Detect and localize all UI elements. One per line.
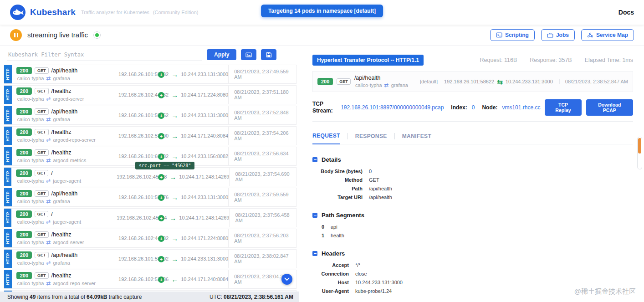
- utc-clock: UTC:08/21/2023, 2:38:56.161 AM: [210, 294, 293, 300]
- swap-arrows-icon: ⇄: [46, 280, 51, 287]
- direction-arrow-icon: →: [169, 215, 176, 221]
- traffic-entry[interactable]: HTTP 200 GET /healthz calico-typha ⇄ arg…: [4, 229, 297, 248]
- page-scrollbar[interactable]: [637, 137, 642, 169]
- tab-manifest[interactable]: MANIFEST: [402, 133, 432, 144]
- swap-arrows-icon: ⇄: [46, 96, 51, 102]
- direction-arrow-icon: ←: [171, 276, 178, 283]
- collapse-icon[interactable]: [312, 251, 317, 256]
- protocol-tag: HTTP: [4, 106, 12, 124]
- docs-link[interactable]: Docs: [618, 9, 634, 16]
- add-filter-button[interactable]: +: [158, 215, 164, 221]
- traffic-entry[interactable]: HTTP 200 GET /api/health calico-typha ⇄ …: [4, 249, 297, 268]
- traffic-entry[interactable]: HTTP 200 GET /healthz calico-typha ⇄ arg…: [4, 85, 297, 104]
- add-filter-button[interactable]: +: [158, 72, 164, 78]
- apply-button[interactable]: Apply: [207, 49, 236, 60]
- selected-source-ip: 192.168.26.101:58622: [444, 79, 494, 84]
- traffic-entry[interactable]: HTTP 200 GET /api/health calico-typha ⇄ …: [4, 188, 297, 207]
- destination-ip: 10.244.233.131:3000: [181, 256, 228, 261]
- traffic-entry[interactable]: HTTP 200 GET /healthz calico-typha ⇄ arg…: [4, 126, 297, 145]
- source-name: calico-typha: [17, 240, 44, 245]
- scripting-button[interactable]: Scripting: [490, 29, 535, 41]
- traffic-entry[interactable]: HTTP 200 GET / calico-typha ⇄ jaeger-age…: [4, 208, 297, 227]
- request-stats: Request: 116B Response: 357B Elapsed Tim…: [480, 57, 633, 63]
- pcap-link[interactable]: 192.168.26.101:8897/000000000049.pcap: [341, 104, 444, 111]
- image-button[interactable]: [241, 49, 256, 60]
- kv-label: 0: [312, 224, 331, 230]
- filter-input[interactable]: [7, 49, 202, 61]
- traffic-entry[interactable]: HTTP 200 GET /api/health calico-typha ⇄ …: [4, 65, 297, 84]
- elapsed-time: Elapsed Time: 1ms: [585, 57, 633, 63]
- protocol-tag: HTTP: [4, 291, 12, 292]
- add-filter-button[interactable]: +: [158, 195, 164, 201]
- brand-name: Kubeshark: [30, 7, 76, 17]
- destination-name: argocd-repo-server: [53, 137, 96, 143]
- swap-arrows-icon: ⇄: [46, 198, 51, 205]
- save-filter-button[interactable]: [261, 49, 276, 60]
- section-rows: Body Size (bytes) 0 Method GET Path /api…: [312, 169, 633, 200]
- entry-timestamp: 08/21/2023, 2:37:54.206 AM: [228, 127, 296, 145]
- status-badge: 200: [317, 78, 333, 85]
- node-value: vms101.rhce.cc: [502, 104, 540, 111]
- traffic-entry[interactable]: HTTP 200 GET /api/health calico-typha ⇄ …: [4, 106, 297, 125]
- service-map-button[interactable]: Service Map: [581, 29, 634, 41]
- add-filter-button[interactable]: +: [158, 92, 164, 98]
- kv-value: /api/health: [369, 195, 392, 200]
- traffic-panel: Apply HTTP 200 GET /api/health calico-ty…: [0, 46, 299, 302]
- entry-timestamp: 08/21/2023, 2:37:56.458 AM: [229, 209, 296, 227]
- index-value: 0: [472, 104, 475, 111]
- kv-label: Target URI: [312, 195, 369, 200]
- add-filter-button[interactable]: +: [158, 256, 164, 262]
- kv-value: health: [331, 233, 344, 238]
- protocol-tag: HTTP: [4, 229, 12, 247]
- destination-name: jaeger-agent: [53, 219, 81, 225]
- protocol-tag: HTTP: [4, 65, 12, 83]
- pause-button[interactable]: [10, 29, 22, 41]
- add-filter-button[interactable]: +: [158, 113, 164, 119]
- destination-ip: 10.244.171.248:14269: [179, 174, 229, 179]
- add-filter-button[interactable]: +: [158, 133, 164, 139]
- destination-name: argocd-repo-server: [53, 281, 96, 286]
- tab-response[interactable]: RESPONSE: [355, 133, 387, 144]
- kubeshark-app: Kubeshark Traffic analyzer for Kubernete…: [0, 0, 644, 302]
- tcp-replay-button[interactable]: TCP Replay: [545, 99, 581, 116]
- tab-request[interactable]: REQUEST: [312, 133, 340, 144]
- add-filter-button[interactable]: +: [158, 276, 164, 283]
- traffic-entry[interactable]: HTTP 200 GET /healthz calico-typha ⇄ arg…: [4, 290, 297, 292]
- jobs-button[interactable]: Jobs: [541, 29, 575, 41]
- method-badge: GET: [35, 129, 49, 135]
- scroll-to-bottom-button[interactable]: [281, 274, 292, 285]
- direction-arrow-icon: →: [171, 153, 178, 160]
- destination-name: grafana: [53, 117, 70, 122]
- status-badge: 200: [16, 108, 32, 115]
- add-filter-button[interactable]: +: [158, 174, 164, 180]
- status-badge: 200: [16, 210, 31, 218]
- destination-ip: 10.244.171.240:8084: [181, 133, 228, 138]
- collapse-icon[interactable]: [312, 213, 317, 218]
- brand-subtitle: Traffic analyzer for Kubernetes: [81, 10, 149, 15]
- entry-path: /healthz: [51, 231, 72, 238]
- kubeshark-logo-icon: [10, 5, 26, 20]
- kv-label: Connection: [312, 271, 355, 276]
- selected-path: /api/health: [354, 75, 408, 81]
- entry-timestamp: 08/21/2023, 2:37:52.848 AM: [228, 106, 296, 124]
- traffic-entry[interactable]: HTTP 200 GET /healthz calico-typha ⇄ arg…: [4, 270, 297, 289]
- kv-label: 1: [312, 233, 331, 238]
- download-pcap-button[interactable]: Download PCAP: [586, 99, 633, 116]
- method-badge: GET: [35, 252, 49, 258]
- method-badge: GET: [337, 78, 351, 85]
- tcp-stream-row: TCP Stream: 192.168.26.101:8897/00000000…: [312, 97, 633, 122]
- method-badge: GET: [35, 272, 49, 279]
- status-badge: 200: [16, 251, 32, 259]
- add-filter-button[interactable]: +: [158, 235, 164, 242]
- section-title: Path Segments: [322, 212, 364, 219]
- traffic-summary-footer: Showing49 items from a total of64.09kB t…: [0, 292, 299, 302]
- add-filter-button[interactable]: +: [158, 154, 164, 160]
- collapse-icon[interactable]: [312, 157, 317, 162]
- destination-name: jaeger-agent: [53, 178, 81, 184]
- selected-destination-ip: 10.244.233.131:3000: [506, 79, 553, 84]
- scrollbar-thumb[interactable]: [638, 138, 641, 154]
- entry-timestamp: 08/21/2023, 2:37:56.203 AM: [228, 229, 296, 247]
- traffic-entry[interactable]: HTTP 200 GET / calico-typha ⇄ jaeger-age…: [4, 167, 297, 186]
- direction-arrow-icon: →: [171, 256, 178, 262]
- filter-tooltip: src.port == "45628": [135, 162, 194, 169]
